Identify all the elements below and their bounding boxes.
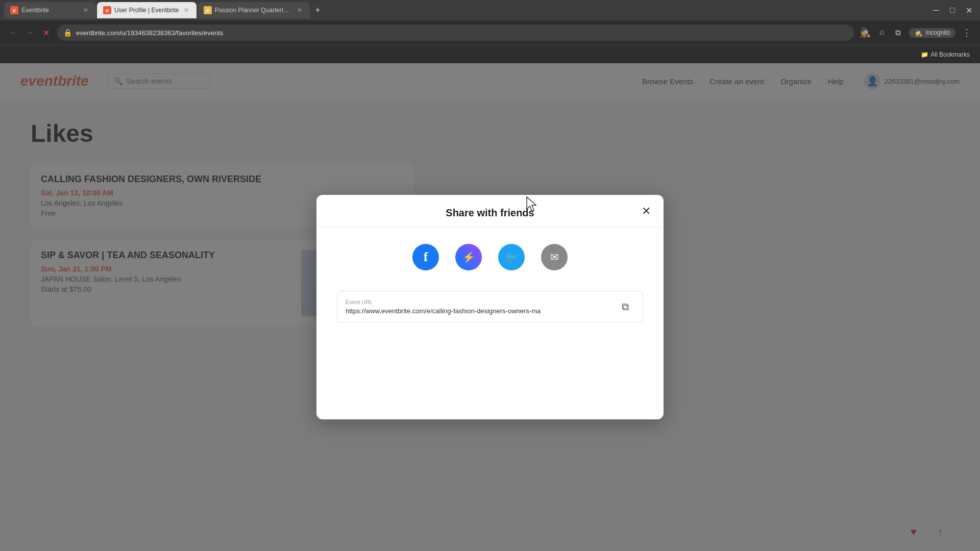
url-field-label: Event URL (346, 299, 610, 305)
url-input[interactable]: eventbrite.com/u/1934638238363/favorites… (76, 29, 848, 37)
modal-overlay[interactable]: Share with friends ✕ f ⚡ 🐦 ✉ Event URL h… (0, 63, 980, 551)
share-email-button[interactable]: ✉ (541, 244, 568, 270)
bookmark-star-button[interactable]: ☆ (874, 26, 889, 40)
tab-1-close[interactable]: ✕ (82, 6, 90, 14)
tab-2-close[interactable]: ✕ (182, 6, 190, 14)
forward-button[interactable]: → (22, 26, 37, 40)
nav-buttons: ← → ✕ (6, 26, 53, 40)
share-messenger-button[interactable]: ⚡ (455, 244, 482, 270)
tab-3[interactable]: e Passion Planner Quarterly Che ✕ (198, 2, 310, 18)
tab-3-favicon: e (204, 6, 212, 14)
bookmarks-bar: 📁 All Bookmarks (0, 45, 980, 63)
maximize-button[interactable]: □ (945, 3, 960, 17)
tab-2-label: User Profile | Eventbrite (114, 7, 179, 14)
close-window-button[interactable]: ✕ (962, 3, 976, 17)
address-bar: ← → ✕ 🔒 eventbrite.com/u/1934638238363/f… (0, 20, 980, 45)
bookmark-folder-icon: 📁 (921, 51, 928, 58)
more-options-button[interactable]: ⋮ (960, 26, 974, 40)
share-icons-row: f ⚡ 🐦 ✉ (337, 244, 643, 270)
page-content: eventbrite 🔍 Browse Events Create an eve… (0, 63, 980, 551)
incognito-icon-small: 🕵 (914, 29, 922, 37)
tab-bar: e Eventbrite ✕ e User Profile | Eventbri… (0, 0, 980, 20)
share-twitter-button[interactable]: 🐦 (498, 244, 525, 270)
all-bookmarks-label: All Bookmarks (930, 51, 970, 58)
url-bar[interactable]: 🔒 eventbrite.com/u/1934638238363/favorit… (57, 24, 854, 41)
tab-1-label: Eventbrite (21, 7, 79, 14)
incognito-label: Incognito (925, 29, 950, 36)
tab-1-favicon: e (10, 6, 18, 14)
url-field-inner: Event URL https://www.eventbrite.com/e/c… (346, 299, 610, 315)
new-tab-button[interactable]: + (311, 3, 325, 17)
browser-chrome: e Eventbrite ✕ e User Profile | Eventbri… (0, 0, 980, 63)
incognito-icon: 🕵 (858, 26, 872, 40)
url-field-value: https://www.eventbrite.com/e/calling-fas… (346, 307, 610, 315)
modal-title: Share with friends (446, 207, 534, 219)
window-toggle-button[interactable]: ⧉ (891, 26, 905, 40)
all-bookmarks-button[interactable]: 📁 All Bookmarks (917, 49, 974, 60)
back-button[interactable]: ← (6, 26, 20, 40)
modal-header: Share with friends ✕ (316, 195, 664, 228)
reload-button[interactable]: ✕ (39, 26, 53, 40)
modal-body: f ⚡ 🐦 ✉ Event URL https://www.eventbrite… (316, 228, 664, 419)
tab-3-label: Passion Planner Quarterly Che (215, 7, 292, 14)
share-modal: Share with friends ✕ f ⚡ 🐦 ✉ Event URL h… (316, 195, 664, 419)
lock-icon: 🔒 (63, 29, 72, 37)
tab-3-close[interactable]: ✕ (296, 6, 304, 14)
copy-url-button[interactable]: ⧉ (616, 297, 634, 316)
tab-2-favicon: e (103, 6, 111, 14)
bookmarks-right: 📁 All Bookmarks (917, 49, 974, 60)
share-facebook-button[interactable]: f (412, 244, 439, 270)
tab-2[interactable]: e User Profile | Eventbrite ✕ (97, 2, 197, 18)
incognito-badge: 🕵 Incognito (909, 28, 955, 38)
modal-close-button[interactable]: ✕ (637, 202, 655, 220)
minimize-button[interactable]: ─ (929, 3, 943, 17)
toolbar-icons: 🕵 ☆ ⧉ (858, 26, 905, 40)
url-field: Event URL https://www.eventbrite.com/e/c… (337, 291, 643, 322)
tab-1[interactable]: e Eventbrite ✕ (4, 2, 96, 18)
